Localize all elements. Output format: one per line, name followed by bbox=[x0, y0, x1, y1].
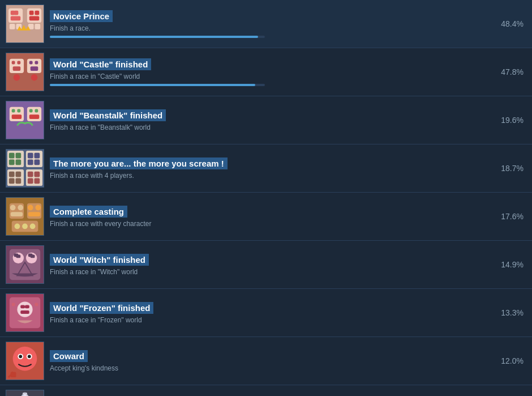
svg-rect-4 bbox=[11, 16, 20, 20]
svg-point-57 bbox=[10, 205, 16, 211]
svg-rect-26 bbox=[10, 107, 24, 121]
svg-rect-84 bbox=[20, 310, 29, 314]
achievement-percent-world-witch: 14.9% bbox=[492, 260, 526, 269]
svg-rect-75 bbox=[31, 255, 35, 258]
svg-point-61 bbox=[28, 205, 33, 211]
achievement-icon-more-you-scream bbox=[6, 149, 44, 188]
achievement-row-complete-casting: Complete casting Finish a race with ever… bbox=[0, 193, 532, 241]
svg-rect-59 bbox=[11, 212, 23, 216]
achievement-info-world-witch: World "Witch" finished Finish a race in … bbox=[50, 254, 492, 276]
svg-rect-22 bbox=[35, 61, 38, 65]
achievement-percent-more-you-scream: 18.7% bbox=[492, 164, 526, 173]
svg-point-65 bbox=[15, 224, 20, 229]
svg-point-67 bbox=[30, 224, 36, 229]
svg-point-79 bbox=[17, 302, 32, 317]
achievement-icon-sword-master bbox=[6, 390, 44, 396]
achievement-info-coward: Coward Accept king's kindness bbox=[50, 350, 492, 372]
achievement-info-more-you-scream: The more you are... the more you scream … bbox=[50, 157, 492, 180]
svg-rect-17 bbox=[17, 61, 20, 65]
svg-rect-30 bbox=[27, 107, 41, 121]
svg-rect-81 bbox=[35, 303, 38, 306]
achievement-row-world-witch: World "Witch" finished Finish a race in … bbox=[0, 241, 532, 289]
achievement-percent-coward: 12.0% bbox=[492, 356, 526, 365]
svg-rect-48 bbox=[9, 178, 15, 184]
svg-rect-8 bbox=[29, 11, 34, 15]
svg-rect-51 bbox=[28, 172, 33, 177]
svg-rect-7 bbox=[27, 8, 41, 23]
svg-rect-1 bbox=[8, 8, 23, 23]
svg-rect-5 bbox=[10, 24, 15, 29]
svg-rect-73 bbox=[16, 255, 20, 258]
achievement-percent-world-beanstalk: 19.6% bbox=[492, 116, 526, 125]
svg-point-86 bbox=[13, 347, 37, 371]
achievement-row-coward: Coward Accept king's kindness 12.0% bbox=[0, 337, 532, 385]
achievement-row-sword-master: Sword Master Kill 100 gronchons at close… bbox=[0, 385, 532, 396]
achievement-title-world-witch: World "Witch" finished bbox=[50, 254, 149, 266]
achievement-desc-world-witch: Finish a race in "Witch" world bbox=[50, 268, 481, 276]
svg-point-24 bbox=[31, 74, 38, 81]
svg-rect-16 bbox=[12, 61, 15, 65]
svg-rect-52 bbox=[35, 172, 40, 177]
svg-rect-21 bbox=[29, 61, 33, 65]
svg-rect-10 bbox=[29, 16, 39, 20]
achievement-title-coward: Coward bbox=[50, 350, 88, 362]
achievement-info-world-frozen: World "Frozen" finished Finish a race in… bbox=[50, 302, 492, 324]
achievement-title-world-beanstalk: World "Beanstalk" finished bbox=[50, 109, 166, 121]
svg-point-19 bbox=[14, 74, 20, 81]
achievement-percent-world-frozen: 13.3% bbox=[492, 308, 526, 317]
svg-rect-46 bbox=[9, 172, 15, 177]
achievement-row-novice-prince: Novice Prince Finish a race. 48.4% bbox=[0, 0, 532, 48]
svg-rect-27 bbox=[12, 109, 15, 113]
svg-rect-9 bbox=[35, 11, 39, 15]
svg-rect-83 bbox=[25, 305, 29, 308]
svg-rect-36 bbox=[9, 153, 15, 159]
svg-rect-38 bbox=[9, 159, 15, 165]
achievement-icon-novice-prince bbox=[6, 5, 44, 43]
svg-rect-53 bbox=[28, 178, 33, 184]
svg-point-66 bbox=[22, 224, 28, 229]
svg-rect-49 bbox=[16, 178, 22, 184]
achievement-info-complete-casting: Complete casting Finish a race with ever… bbox=[50, 206, 492, 228]
svg-rect-37 bbox=[16, 153, 22, 159]
svg-rect-42 bbox=[35, 153, 40, 159]
achievement-row-world-frozen: World "Frozen" finished Finish a race in… bbox=[0, 289, 532, 337]
svg-rect-28 bbox=[17, 109, 20, 113]
svg-rect-47 bbox=[16, 172, 22, 177]
achievement-info-world-beanstalk: World "Beanstalk" finished Finish a race… bbox=[50, 109, 492, 131]
achievement-percent-novice-prince: 48.4% bbox=[492, 19, 526, 28]
svg-rect-54 bbox=[35, 178, 40, 184]
achievement-title-complete-casting: Complete casting bbox=[50, 206, 127, 218]
achievement-desc-world-castle: Finish a race in "Castle" world bbox=[50, 73, 481, 80]
svg-point-62 bbox=[35, 205, 41, 211]
svg-rect-80 bbox=[12, 303, 15, 306]
achievement-list: Novice Prince Finish a race. 48.4% bbox=[0, 0, 532, 396]
achievement-icon-world-beanstalk bbox=[6, 101, 44, 139]
svg-rect-43 bbox=[28, 159, 33, 165]
achievement-row-world-beanstalk: World "Beanstalk" finished Finish a race… bbox=[0, 96, 532, 144]
achievement-desc-novice-prince: Finish a race. bbox=[50, 24, 481, 32]
achievement-desc-complete-casting: Finish a race with every character bbox=[50, 220, 481, 228]
achievement-icon-world-castle bbox=[6, 53, 44, 91]
svg-rect-63 bbox=[28, 212, 40, 216]
achievement-row-world-castle: World "Castle" finished Finish a race in… bbox=[0, 48, 532, 96]
svg-rect-15 bbox=[10, 59, 24, 73]
svg-rect-23 bbox=[31, 66, 38, 71]
achievement-title-novice-prince: Novice Prince bbox=[50, 10, 113, 22]
svg-rect-31 bbox=[29, 109, 33, 113]
achievement-icon-world-witch bbox=[6, 245, 44, 284]
svg-rect-39 bbox=[16, 159, 22, 165]
achievement-info-world-castle: World "Castle" finished Finish a race in… bbox=[50, 58, 492, 86]
achievement-percent-world-castle: 47.8% bbox=[492, 67, 526, 76]
svg-point-89 bbox=[19, 355, 22, 358]
svg-rect-32 bbox=[35, 109, 38, 113]
svg-rect-3 bbox=[14, 11, 19, 15]
achievement-percent-complete-casting: 17.6% bbox=[492, 212, 526, 221]
svg-rect-18 bbox=[13, 66, 21, 71]
achievement-icon-coward bbox=[6, 342, 44, 380]
svg-rect-12 bbox=[35, 24, 40, 29]
svg-rect-29 bbox=[12, 114, 22, 119]
achievement-title-world-frozen: World "Frozen" finished bbox=[50, 302, 153, 314]
achievement-desc-more-you-scream: Finish a race with 4 players. bbox=[50, 172, 481, 180]
achievement-desc-coward: Accept king's kindness bbox=[50, 364, 481, 372]
achievement-desc-world-frozen: Finish a race in "Frozen" world bbox=[50, 316, 481, 324]
